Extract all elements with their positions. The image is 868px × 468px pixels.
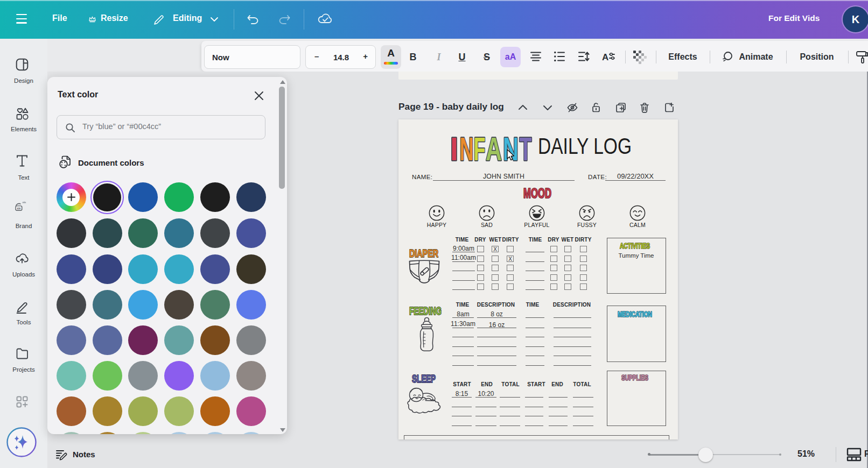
svg-text:N: N bbox=[460, 132, 474, 165]
svg-text:SUPPLIES: SUPPLIES bbox=[621, 373, 648, 381]
svg-text:FEEDING: FEEDING bbox=[409, 305, 442, 317]
svg-text:SLEEP: SLEEP bbox=[412, 373, 436, 385]
svg-text:F: F bbox=[474, 132, 486, 165]
svg-text:T: T bbox=[520, 132, 532, 165]
svg-text:A: A bbox=[602, 52, 608, 62]
svg-text:I: I bbox=[450, 132, 458, 165]
svg-text:co: co bbox=[17, 207, 21, 210]
svg-text:DIAPER: DIAPER bbox=[409, 247, 438, 259]
svg-text:MEDICATION: MEDICATION bbox=[618, 310, 652, 318]
svg-text:ACTIVITIES: ACTIVITIES bbox=[620, 242, 650, 250]
svg-text:DAILY LOG: DAILY LOG bbox=[538, 134, 632, 157]
svg-text:A: A bbox=[486, 132, 502, 165]
svg-text:MOOD: MOOD bbox=[523, 186, 551, 200]
